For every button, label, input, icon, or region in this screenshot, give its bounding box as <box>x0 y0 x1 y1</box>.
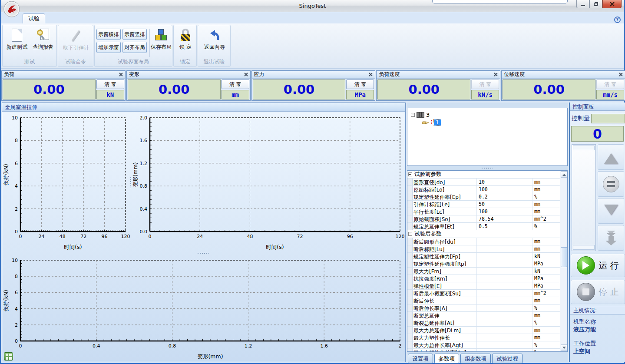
jog-up-button[interactable] <box>598 144 624 170</box>
parameter-row[interactable]: 最大力[Fm]kN <box>407 268 560 275</box>
parameter-group-header[interactable]: 试验后参数 <box>407 230 560 238</box>
scroll-down-icon[interactable] <box>561 344 567 351</box>
parameter-row[interactable]: 断后圆形直径[du]mm <box>407 238 560 245</box>
chart-load-vs-time[interactable]: 0246810024487296120负荷(kN)时间(s) <box>3 113 130 251</box>
tree-child-node[interactable]: 1 <box>422 119 567 126</box>
windows-vertical-button[interactable]: 示窗竖排 <box>122 29 147 40</box>
control-quantity-input[interactable] <box>591 114 625 123</box>
close-icon[interactable] <box>369 72 373 78</box>
help-icon[interactable]: ? <box>614 17 621 23</box>
tab-item[interactable]: 设置项 <box>408 354 433 364</box>
parameter-row[interactable]: 断后伸长mm <box>407 297 560 304</box>
parameter-value[interactable]: 100 <box>477 208 532 215</box>
tree-root-node[interactable]: 3 <box>411 111 567 119</box>
parameter-row[interactable]: 规定塑性延伸率[Ep]0.2% <box>407 193 560 201</box>
parameter-value[interactable]: 10 <box>477 179 532 185</box>
parameter-value[interactable]: 0.5 <box>477 223 532 230</box>
parameter-row[interactable]: 原始标距[Lo]100mm <box>407 186 560 193</box>
tab-active[interactable]: 参数项 <box>434 354 460 364</box>
parameter-value[interactable] <box>477 260 532 267</box>
remove-extensometer-button[interactable]: 取下引伸计 <box>61 28 91 52</box>
close-icon[interactable] <box>494 72 498 78</box>
minimize-button[interactable] <box>576 0 589 8</box>
parameter-row[interactable]: 弹性模量[E]MPa <box>407 282 560 290</box>
tab-item[interactable]: 组参数项 <box>460 354 491 364</box>
jog-down-button[interactable] <box>598 198 624 224</box>
parameter-value[interactable] <box>477 245 532 252</box>
close-button[interactable] <box>602 0 622 8</box>
parameter-row[interactable]: 断后标距[Lu]mm <box>407 245 560 253</box>
parameter-value[interactable]: 0.2 <box>477 193 532 200</box>
parameter-value[interactable] <box>477 312 532 319</box>
tree-child-label[interactable]: 1 <box>434 119 441 126</box>
parameter-value[interactable] <box>477 238 532 245</box>
parameter-row[interactable]: 平行长度[Lc]100mm <box>407 208 560 215</box>
return-wizard-button[interactable]: 返回向导 <box>203 28 226 51</box>
collapse-icon[interactable] <box>411 113 415 117</box>
scrollbar-thumb[interactable] <box>561 247 567 267</box>
parameter-value[interactable] <box>477 327 532 334</box>
parameter-row[interactable]: 原始截面积[So]78.54mm^2 <box>407 215 560 223</box>
horizontal-splitter[interactable] <box>198 252 209 254</box>
close-icon[interactable] <box>244 72 248 78</box>
clear-zero-button[interactable]: 清 零 <box>222 79 249 89</box>
close-icon[interactable] <box>619 72 623 78</box>
app-logo-icon[interactable] <box>3 1 20 17</box>
title-bar[interactable]: SingoTest <box>1 0 624 12</box>
parameter-value[interactable] <box>477 275 532 282</box>
collapse-icon[interactable] <box>408 172 412 176</box>
parameter-value[interactable]: 78.54 <box>477 215 532 222</box>
panel-splitter[interactable] <box>482 167 493 169</box>
parameter-value[interactable] <box>477 334 532 341</box>
tab-item[interactable]: 试验过程 <box>492 354 522 364</box>
parameter-row[interactable]: 断裂总延伸mm <box>407 312 560 319</box>
restore-button[interactable] <box>589 0 602 8</box>
tab-test[interactable]: 试验 <box>23 13 45 23</box>
parameter-value[interactable] <box>477 290 532 297</box>
parameter-row[interactable]: 最大力塑性伸长mm <box>407 334 560 341</box>
parameter-value[interactable] <box>477 319 532 326</box>
clear-zero-button[interactable]: 清 零 <box>471 79 499 89</box>
add-window-button[interactable]: 增加示窗 <box>96 42 121 53</box>
parameter-row[interactable]: 引伸计标距[Le]50mm <box>407 201 560 208</box>
parameter-scrollbar[interactable] <box>560 171 567 351</box>
parameter-value[interactable] <box>477 268 532 275</box>
parameter-row[interactable]: 断后最小截面积[Su]mm^2 <box>407 290 560 297</box>
clear-zero-button[interactable]: 清 零 <box>346 79 374 89</box>
parameter-row[interactable]: 最大力塑性伸长率[Ag]% <box>407 349 560 351</box>
parameter-value[interactable] <box>477 349 532 351</box>
parameter-value[interactable] <box>477 341 532 348</box>
close-icon[interactable] <box>119 72 123 78</box>
vertical-splitter[interactable] <box>129 177 132 188</box>
parameter-row[interactable]: 最大力总延伸[DLm]mm <box>407 327 560 334</box>
chart-load-vs-deformation[interactable]: 024681000.40.81.21.62负荷(kN)变形(mm) <box>3 255 404 361</box>
parameter-row[interactable]: 抗拉强度[Rm]MPa <box>407 275 560 282</box>
parameter-value[interactable] <box>477 282 532 289</box>
parameter-row[interactable]: 最大力总伸长率[Agt]% <box>407 341 560 349</box>
scroll-up-icon[interactable] <box>561 171 567 178</box>
parameter-value[interactable]: 100 <box>477 186 532 193</box>
jog-pause-button[interactable] <box>598 171 624 197</box>
parameter-row[interactable]: 圆形直径[do]10mm <box>407 179 560 186</box>
parameter-group-header[interactable]: 试验前参数 <box>407 171 560 179</box>
layout-grid-icon[interactable] <box>4 352 13 361</box>
specimen-tree[interactable]: 3 1 <box>407 108 568 166</box>
align-layout-button[interactable]: 对齐布局 <box>122 42 147 53</box>
chart-deformation-vs-time[interactable]: 0.00.40.81.21.62.0024487296120变形(mm)时间(s… <box>132 113 404 251</box>
parameter-value[interactable] <box>477 253 532 260</box>
parameter-value[interactable] <box>477 297 532 304</box>
parameter-row[interactable]: 断裂总延伸率[At]% <box>407 319 560 327</box>
windows-horizontal-button[interactable]: 示窗横排 <box>96 29 121 40</box>
parameter-value[interactable]: 50 <box>477 201 532 208</box>
clear-zero-button[interactable]: 清 零 <box>96 79 124 89</box>
clear-zero-button[interactable]: 清 零 <box>596 79 624 89</box>
parameter-value[interactable] <box>477 304 532 311</box>
parameter-row[interactable]: 断后伸长率[A]% <box>407 304 560 312</box>
parameter-row[interactable]: 规定总延伸率[Et]0.5% <box>407 223 560 230</box>
jog-fast-down-button[interactable] <box>598 225 624 251</box>
collapse-icon[interactable] <box>408 232 412 236</box>
new-test-button[interactable]: 新建测试 <box>5 28 29 51</box>
parameter-row[interactable]: 规定塑性延伸强度[Rp]MPa <box>407 260 560 268</box>
stop-button[interactable]: 停 止 <box>571 280 625 304</box>
lock-button[interactable]: 锁 定 <box>175 28 196 51</box>
